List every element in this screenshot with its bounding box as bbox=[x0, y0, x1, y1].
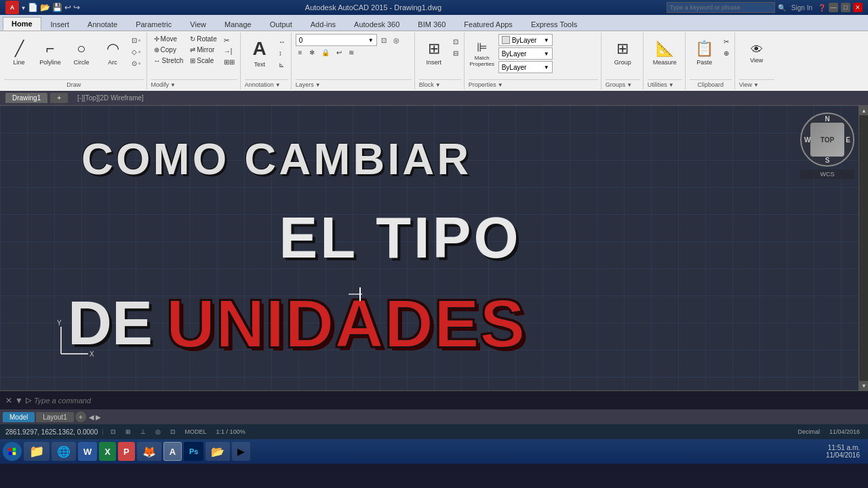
scroll-down-button[interactable]: ▼ bbox=[859, 381, 868, 390]
grid-toggle[interactable]: ⊞ bbox=[123, 428, 134, 435]
help-icon[interactable]: ❓ bbox=[818, 4, 826, 12]
layer-props-button[interactable]: ⊡ bbox=[378, 35, 389, 45]
circle-button[interactable]: ○ Circle bbox=[66, 34, 96, 72]
copy-clip-button[interactable]: ⊕ bbox=[721, 48, 732, 58]
annotation-scale[interactable]: 1:1 / 100% bbox=[214, 428, 248, 435]
navigation-cube[interactable]: N S E W TOP WCS bbox=[800, 113, 854, 194]
ortho-toggle[interactable]: ⊥ bbox=[138, 428, 149, 435]
stretch-button[interactable]: ↔Stretch bbox=[151, 56, 186, 66]
layout-scroll-right[interactable]: ▶ bbox=[96, 413, 101, 421]
powerpoint-button[interactable]: P bbox=[118, 442, 135, 461]
text-button[interactable]: A Text bbox=[245, 34, 275, 72]
photoshop-button[interactable]: Ps bbox=[184, 442, 203, 461]
vertical-scrollbar[interactable]: ▲ ▼ bbox=[859, 106, 868, 390]
new-drawing-tab[interactable]: + bbox=[50, 93, 68, 103]
layer-off-button[interactable]: ◎ bbox=[391, 35, 402, 45]
tab-view[interactable]: View bbox=[181, 18, 215, 30]
new-icon[interactable]: 📄 bbox=[28, 3, 38, 12]
trim-button[interactable]: ✂ bbox=[221, 35, 237, 45]
paste-button[interactable]: 📋 Paste bbox=[690, 34, 719, 72]
define-attr-button[interactable]: ⊟ bbox=[450, 48, 461, 58]
array-button[interactable]: ⊞⊞ bbox=[221, 57, 237, 67]
draw-extra-2[interactable]: ◇▫ bbox=[129, 47, 144, 57]
drawing-tab-1[interactable]: Drawing1 bbox=[5, 93, 47, 103]
tab-express-tools[interactable]: Express Tools bbox=[522, 18, 586, 30]
group-button[interactable]: ⊞ Group bbox=[608, 34, 637, 72]
annotation-dropdown-arrow[interactable]: ▼ bbox=[275, 82, 281, 88]
autocad-logo[interactable]: A bbox=[5, 1, 19, 14]
firefox-button[interactable]: 🦊 bbox=[137, 442, 161, 461]
measure-button[interactable]: 📐 Measure bbox=[650, 34, 679, 72]
open-icon[interactable]: 📂 bbox=[40, 3, 50, 12]
osnap-toggle[interactable]: ⊡ bbox=[167, 428, 178, 435]
linetype-dropdown[interactable]: ByLayer ▼ bbox=[498, 47, 553, 60]
drawing-canvas[interactable]: COMO CAMBIAR EL TIPO DE UNIDADES N S E W… bbox=[0, 106, 868, 390]
dim2-button[interactable]: ↕ bbox=[276, 48, 288, 58]
scale-button[interactable]: ⊞Scale bbox=[187, 56, 219, 66]
tab-home[interactable]: Home bbox=[3, 17, 41, 30]
scroll-up-button[interactable]: ▲ bbox=[859, 106, 868, 115]
save-icon[interactable]: 💾 bbox=[52, 3, 62, 12]
search-icon[interactable]: 🔍 bbox=[778, 4, 786, 12]
arc-button[interactable]: ◠ Arc bbox=[98, 34, 127, 72]
extend-button[interactable]: →| bbox=[221, 46, 237, 56]
mirror-button[interactable]: ⇌Mirror bbox=[187, 45, 219, 55]
dim1-button[interactable]: ↔ bbox=[276, 37, 288, 47]
view-dropdown-arrow[interactable]: ▼ bbox=[753, 82, 759, 88]
layer-freeze-button[interactable]: ❄ bbox=[307, 47, 317, 58]
color-dropdown[interactable]: ByLayer ▼ bbox=[498, 34, 553, 46]
layer-dropdown[interactable]: 0 ▼ bbox=[296, 34, 377, 46]
tab-manage[interactable]: Manage bbox=[216, 18, 260, 30]
model-tab[interactable]: Model bbox=[3, 412, 35, 422]
explorer-button[interactable]: 📁 bbox=[24, 442, 50, 461]
draw-extra-1[interactable]: ⊡▫ bbox=[129, 35, 144, 45]
units-display[interactable]: Decimal bbox=[795, 428, 823, 435]
start-button[interactable] bbox=[3, 442, 22, 461]
layer-walk-button[interactable]: ≋ bbox=[346, 47, 357, 58]
cmd-close-button[interactable]: ✕ bbox=[5, 396, 12, 405]
line-button[interactable]: ╱ Line bbox=[4, 34, 34, 72]
layer-lock-button[interactable]: 🔒 bbox=[319, 47, 332, 58]
tab-addins[interactable]: Add-ins bbox=[302, 18, 344, 30]
polar-toggle[interactable]: ◎ bbox=[153, 428, 163, 435]
layers-dropdown-arrow[interactable]: ▼ bbox=[315, 82, 321, 88]
properties-dropdown-arrow[interactable]: ▼ bbox=[498, 82, 503, 88]
layout1-tab[interactable]: Layout1 bbox=[36, 412, 74, 422]
layer-restore-button[interactable]: ↩ bbox=[334, 47, 344, 58]
layer-match-button[interactable]: ≡ bbox=[296, 47, 305, 58]
dim3-button[interactable]: ⊾ bbox=[276, 60, 288, 70]
excel-button[interactable]: X bbox=[99, 442, 116, 461]
redo-icon[interactable]: ↪ bbox=[73, 3, 80, 12]
polyline-button[interactable]: ⌐ Polyline bbox=[35, 34, 65, 72]
move-button[interactable]: ✛Move bbox=[151, 34, 186, 44]
modify-dropdown-arrow[interactable]: ▼ bbox=[170, 82, 176, 88]
view-cube-top[interactable]: TOP bbox=[810, 123, 844, 157]
cmd-arrow-button[interactable]: ▼ bbox=[15, 396, 23, 405]
groups-dropdown-arrow[interactable]: ▼ bbox=[627, 82, 632, 88]
rotate-button[interactable]: ↻Rotate bbox=[187, 34, 219, 44]
scroll-track[interactable] bbox=[859, 115, 868, 381]
tab-bim360[interactable]: BIM 360 bbox=[409, 18, 454, 30]
tab-annotate[interactable]: Annotate bbox=[79, 18, 126, 30]
undo-icon[interactable]: ↩ bbox=[64, 3, 71, 12]
tab-featured-apps[interactable]: Featured Apps bbox=[455, 18, 521, 30]
match-properties-button[interactable]: ⊫ Match Properties bbox=[469, 35, 496, 73]
lineweight-dropdown[interactable]: ByLayer ▼ bbox=[498, 61, 553, 73]
filemanager-button[interactable]: 📂 bbox=[205, 442, 230, 461]
tab-insert[interactable]: Insert bbox=[42, 18, 79, 30]
insert-button[interactable]: ⊞ Insert bbox=[419, 34, 449, 72]
add-layout-button[interactable]: + bbox=[75, 411, 86, 422]
draw-extra-3[interactable]: ⊙▫ bbox=[129, 58, 144, 68]
snap-toggle[interactable]: ⊡ bbox=[108, 428, 119, 435]
layout-scroll-left[interactable]: ◀ bbox=[89, 413, 94, 421]
search-input[interactable] bbox=[667, 2, 775, 13]
view-button[interactable]: 👁 View bbox=[742, 34, 772, 72]
sign-in-link[interactable]: Sign In bbox=[791, 4, 812, 12]
tab-parametric[interactable]: Parametric bbox=[127, 18, 180, 30]
command-input[interactable] bbox=[34, 396, 863, 405]
close-button[interactable]: ✕ bbox=[853, 3, 863, 12]
cut-button[interactable]: ✂ bbox=[721, 37, 732, 47]
media-button[interactable]: ▶ bbox=[232, 442, 250, 461]
tab-autodesk360[interactable]: Autodesk 360 bbox=[345, 18, 408, 30]
maximize-button[interactable]: □ bbox=[841, 3, 850, 12]
